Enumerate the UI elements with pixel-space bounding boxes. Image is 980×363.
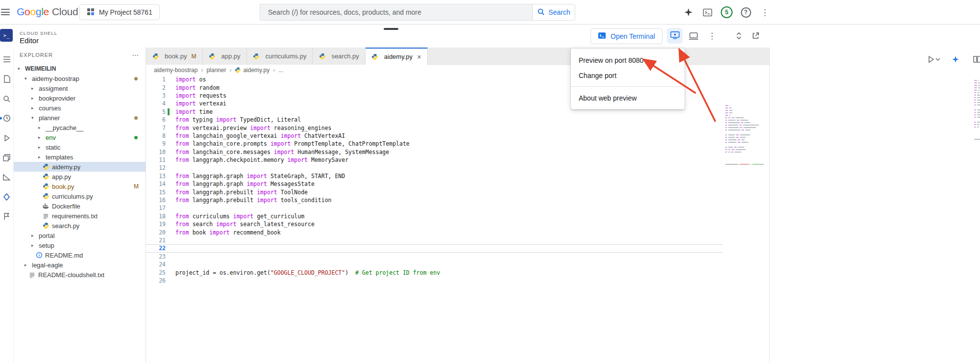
menu-item-about-web-preview[interactable]: About web preview (571, 90, 685, 105)
code-line-17[interactable]: 17 (146, 204, 723, 212)
tab-book.py[interactable]: book.pyM (146, 48, 203, 65)
flag-icon[interactable] (1, 210, 13, 222)
tree-folder-assigment[interactable]: ▸assigment (14, 83, 146, 93)
code-line-12[interactable]: 12 (146, 164, 723, 172)
code-line-24[interactable]: 24 (146, 260, 723, 268)
minimap-line (725, 107, 763, 108)
code-line-19[interactable]: 19from search import search_latest_resou… (146, 220, 723, 228)
menu-icon[interactable] (1, 53, 13, 65)
project-selector[interactable]: My Project 58761 (79, 4, 160, 20)
code-line-10[interactable]: 10from langchain_core.messages import Hu… (146, 148, 723, 156)
split-editor-icon[interactable] (971, 53, 980, 66)
devices-icon[interactable] (686, 28, 701, 44)
history-icon[interactable] (1, 112, 13, 124)
menu-item-preview-on-port[interactable]: Preview on port 8080 (571, 52, 685, 68)
tree-file-book.py[interactable]: book.pyM (14, 182, 146, 191)
tree-folder-courses[interactable]: ▸courses (14, 103, 146, 113)
code-line-16[interactable]: 16from langgraph.prebuilt import tools_c… (146, 196, 723, 204)
ruler-icon[interactable] (1, 171, 13, 183)
search-button[interactable]: Search (532, 4, 575, 21)
search-icon[interactable] (1, 93, 13, 104)
tree-file-README-cloudshell.txt[interactable]: README-cloudshell.txt (14, 270, 146, 280)
shell-more-options-icon[interactable]: ⋮ (704, 28, 720, 44)
gemini-sparkle-icon[interactable] (682, 6, 695, 19)
tree-file-requirements.txt[interactable]: requirements.txt (14, 211, 146, 221)
minimap-line (725, 137, 763, 138)
open-terminal-button[interactable]: Open Terminal (590, 28, 662, 44)
tree-folder-bookprovider[interactable]: ▸bookprovider (14, 93, 146, 103)
code-line-13[interactable]: 13from langgraph.graph import StateGraph… (146, 172, 723, 180)
tree-file-curriculums.py[interactable]: curriculums.py (14, 191, 146, 201)
minimap-line (725, 130, 763, 130)
close-icon[interactable]: × (417, 53, 421, 60)
menu-icon[interactable] (1, 9, 10, 15)
tree-folder-portal[interactable]: ▸portal (14, 231, 146, 240)
code-line-20[interactable]: 20from book import recommend_book (146, 228, 723, 236)
minimap-line (725, 105, 763, 106)
tree-file-app.py[interactable]: app.py (14, 172, 146, 182)
help-icon[interactable]: ? (739, 6, 752, 19)
tree-folder-env[interactable]: ▸env (14, 132, 146, 142)
code-line-23[interactable]: 23 (146, 253, 723, 260)
tree-folder-WEIMEILIN[interactable]: ▾WEIMEILIN (14, 64, 146, 74)
breadcrumb-item[interactable]: ... (278, 67, 283, 74)
code-line-11[interactable]: 11from langgraph.checkpoint.memory impor… (146, 156, 723, 164)
open-in-new-icon[interactable] (748, 28, 763, 44)
run-icon[interactable] (1, 132, 13, 144)
code-line-21[interactable]: 21 (146, 236, 723, 244)
code-line-14[interactable]: 14from langgraph.graph import MessagesSt… (146, 180, 723, 188)
code-line-15[interactable]: 15from langgraph.prebuilt import ToolNod… (146, 188, 723, 196)
tree-folder-templates[interactable]: ▸templates (14, 152, 146, 162)
line-number: 25 (146, 269, 166, 276)
tree-file-search.py[interactable]: search.py (14, 221, 146, 231)
panel-drag-handle[interactable] (384, 28, 398, 30)
web-preview-button[interactable] (667, 28, 683, 44)
code-line-22[interactable]: 22 (146, 244, 723, 252)
search-icon (537, 8, 545, 17)
tab-search.py[interactable]: search.py (313, 48, 365, 65)
code-line-18[interactable]: 18from curriculums import get_curriculum (146, 212, 723, 220)
line-number: 3 (146, 92, 166, 99)
gem-icon[interactable] (1, 191, 13, 203)
gemini-code-assist-icon[interactable] (949, 53, 962, 66)
tree-item-label: planner (39, 114, 60, 122)
tree-file-aidemy.py[interactable]: aidemy.py (14, 162, 146, 172)
tree-file-Dockerfile[interactable]: Dockerfile (14, 201, 146, 211)
notifications-badge[interactable]: 5 (720, 6, 733, 19)
minimap-sliver[interactable] (974, 80, 980, 144)
google-cloud-logo[interactable]: Google Cloud (17, 6, 78, 18)
tab-app.py[interactable]: app.py (203, 48, 247, 65)
code-line-9[interactable]: 9from langchain_core.prompts import Prom… (146, 140, 723, 148)
tree-file-README.md[interactable]: README.md (14, 250, 146, 260)
menu-item-change-port[interactable]: Change port (571, 68, 685, 83)
tab-label: app.py (221, 52, 241, 60)
code-line-25[interactable]: 25project_id = os.environ.get("GOOGLE_CL… (146, 268, 723, 276)
code-editor[interactable]: 1import os2import random3import requests… (146, 76, 769, 363)
explorer-more-actions-icon[interactable]: ⋯ (132, 51, 140, 59)
tab-curriculums.py[interactable]: curriculums.py (247, 48, 313, 65)
files-icon[interactable] (1, 73, 13, 85)
code-text: from curriculums import get_curriculum (166, 213, 304, 220)
minimap[interactable] (725, 105, 763, 169)
tree-folder-__pycache__[interactable]: ▸__pycache__ (14, 123, 146, 132)
more-options-icon[interactable]: ⋮ (759, 6, 771, 19)
tree-folder-aidemy-boostrap[interactable]: ▾aidemy-boostrap (14, 74, 146, 83)
tree-folder-static[interactable]: ▸static (14, 142, 146, 152)
tree-folder-setup[interactable]: ▸setup (14, 240, 146, 250)
tree-folder-planner[interactable]: ▾planner (14, 113, 146, 123)
expand-collapse-icon[interactable] (731, 28, 747, 44)
cloud-shell-panel-icon[interactable] (701, 6, 714, 19)
run-file-icon[interactable] (928, 53, 940, 66)
layers-icon[interactable] (1, 152, 13, 163)
tree-folder-legal-eagle[interactable]: ▸legal-eagle (14, 260, 146, 270)
code-line-26[interactable]: 26 (146, 277, 723, 285)
code-line-7[interactable]: 7from vertexai.preview import reasoning_… (146, 124, 723, 131)
search-input[interactable] (260, 4, 532, 21)
tab-aidemy.py[interactable]: aidemy.py× (366, 48, 428, 65)
notifications-count: 5 (721, 6, 733, 18)
code-line-6[interactable]: 6from typing import TypedDict, Literal (146, 116, 723, 124)
breadcrumb-item[interactable]: aidemy-boostrap (154, 67, 197, 74)
breadcrumb-item[interactable]: planner (206, 67, 226, 74)
code-line-8[interactable]: 8from langchain_google_vertexai import C… (146, 132, 723, 140)
breadcrumb-item[interactable]: aidemy.py (235, 67, 270, 74)
